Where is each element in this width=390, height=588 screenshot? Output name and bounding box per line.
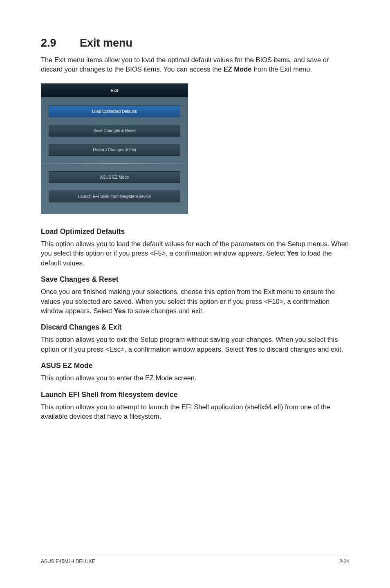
s3-bold: Yes — [246, 346, 257, 353]
subheading-ez-mode: ASUS EZ Mode — [41, 361, 349, 370]
section-number: 2.9 — [41, 37, 80, 49]
exit-dialog-body: Load Optimized Defaults Save Changes & R… — [41, 97, 188, 214]
paragraph-discard-exit: This option allows you to exit the Setup… — [41, 335, 349, 354]
subheading-discard-exit: Discard Changes & Exit — [41, 323, 349, 332]
exit-dialog-title: Exit — [41, 84, 188, 97]
menu-item-launch-efi[interactable]: Launch EFI Shell from filesystem device — [49, 191, 180, 202]
s3-text-b: to discard changes and exit. — [257, 346, 343, 353]
paragraph-ez-mode: This option allows you to enter the EZ M… — [41, 373, 349, 383]
menu-divider — [41, 163, 188, 164]
s2-text-b: to save changes and exit. — [126, 307, 204, 314]
menu-item-ez-mode[interactable]: ASUS EZ Mode — [49, 171, 180, 183]
section-title-text: Exit menu — [80, 37, 132, 49]
footer-left: ASUS E45M1-I DELUXE — [41, 559, 95, 564]
s2-bold: Yes — [114, 307, 126, 314]
intro-bold: EZ Mode — [224, 65, 252, 73]
page-title: 2.9Exit menu — [41, 37, 349, 49]
subheading-save-reset: Save Changes & Reset — [41, 275, 349, 284]
paragraph-save-reset: Once you are finished making your select… — [41, 287, 349, 316]
menu-item-load-defaults[interactable]: Load Optimized Defaults — [49, 105, 180, 117]
paragraph-launch-efi: This option allows you to attempt to lau… — [41, 402, 349, 422]
paragraph-load-defaults: This option allows you to load the defau… — [41, 239, 349, 268]
footer-right: 2-24 — [339, 559, 349, 564]
intro-paragraph: The Exit menu items allow you to load th… — [41, 55, 349, 74]
s1-bold: Yes — [287, 249, 298, 257]
subheading-launch-efi: Launch EFI Shell from filesystem device — [41, 391, 349, 399]
subheading-load-defaults: Load Optimized Defaults — [41, 227, 349, 236]
intro-text-b: from the Exit menu. — [251, 65, 312, 73]
menu-item-save-reset[interactable]: Save Changes & Reset — [49, 125, 180, 137]
exit-menu-dialog: Exit Load Optimized Defaults Save Change… — [41, 83, 188, 214]
page-content: 2.9Exit menu The Exit menu items allow y… — [0, 0, 390, 421]
page-footer: ASUS E45M1-I DELUXE 2-24 — [41, 556, 349, 564]
menu-item-discard-exit[interactable]: Discard Changes & Exit — [49, 144, 180, 156]
